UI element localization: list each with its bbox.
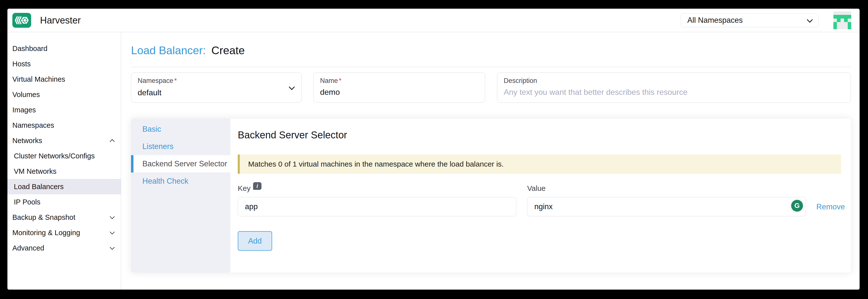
sidebar-item-networks[interactable]: Networks <box>7 133 121 148</box>
app-window: Harvester All Namespaces Dashboard Hosts… <box>7 9 860 290</box>
key-label: Key i <box>238 184 516 193</box>
page-title-action: Create <box>211 44 245 57</box>
sidebar-item-label: Networks <box>12 137 42 145</box>
namespace-value: default <box>138 88 295 97</box>
top-bar-right: All Namespaces <box>681 11 851 29</box>
chevron-down-icon <box>110 229 115 235</box>
metadata-form-row: Namespace* default Name* Description <box>131 73 851 103</box>
harvester-logo-glyph <box>15 15 29 26</box>
namespace-filter-select[interactable]: All Namespaces <box>681 13 818 27</box>
page-title: Load Balancer: Create <box>131 44 851 57</box>
top-bar: Harvester All Namespaces <box>7 9 860 32</box>
grammarly-icon[interactable]: G <box>791 200 803 212</box>
selector-key-field: Key i <box>238 184 516 216</box>
sidebar-item-label: Hosts <box>12 60 31 68</box>
sidebar-item-volumes[interactable]: Volumes <box>7 87 121 102</box>
tab-panel-backend-server-selector: Backend Server Selector Matches 0 of 1 v… <box>230 118 851 273</box>
sidebar-item-label: Cluster Networks/Configs <box>14 152 95 160</box>
description-label: Description <box>504 77 844 85</box>
sidebar-item-label: Images <box>12 106 36 114</box>
sidebar-item-ip-pools[interactable]: IP Pools <box>7 194 121 210</box>
sidebar-item-label: IP Pools <box>14 198 40 206</box>
selector-value-field: Value G <box>527 184 806 216</box>
harvester-logo-icon[interactable] <box>12 13 31 28</box>
name-input[interactable] <box>320 88 478 97</box>
sidebar-item-label: Monitoring & Logging <box>12 229 80 237</box>
sidebar-item-label: Advanced <box>12 244 44 252</box>
description-field[interactable]: Description <box>497 73 851 103</box>
sidebar-item-label: VM Networks <box>14 167 56 175</box>
name-label: Name* <box>320 77 478 85</box>
chevron-up-icon <box>110 139 115 144</box>
tab-backend-server-selector[interactable]: Backend Server Selector <box>131 155 230 172</box>
sidebar-item-monitoring-logging[interactable]: Monitoring & Logging <box>7 225 121 240</box>
sidebar-item-label: Virtual Machines <box>12 75 65 83</box>
namespace-select[interactable]: Namespace* default <box>131 73 302 103</box>
description-input[interactable] <box>504 88 844 97</box>
sidebar-item-namespaces[interactable]: Namespaces <box>7 117 121 133</box>
tab-list: Basic Listeners Backend Server Selector … <box>131 118 230 273</box>
remove-link[interactable]: Remove <box>816 202 845 211</box>
sidebar-item-label: Backup & Snapshot <box>12 213 75 221</box>
main-content: Load Balancer: Create Namespace* default… <box>121 32 860 290</box>
add-button[interactable]: Add <box>238 231 272 251</box>
chevron-down-icon <box>807 17 813 23</box>
key-input[interactable] <box>238 197 516 216</box>
sidebar-item-label: Volumes <box>12 90 40 99</box>
namespace-filter-value: All Namespaces <box>687 16 743 25</box>
tab-listeners[interactable]: Listeners <box>131 138 230 155</box>
match-warning-banner: Matches 0 of 1 virtual machines in the n… <box>238 155 841 174</box>
title-divider <box>131 67 851 67</box>
panel-heading: Backend Server Selector <box>238 130 841 141</box>
sidebar-item-advanced[interactable]: Advanced <box>7 240 121 256</box>
match-warning-text: Matches 0 of 1 virtual machines in the n… <box>248 160 504 168</box>
page-title-resource: Load Balancer: <box>131 44 206 57</box>
tab-label: Basic <box>142 125 161 134</box>
avatar[interactable] <box>833 11 851 29</box>
create-form-card: Basic Listeners Backend Server Selector … <box>131 118 851 273</box>
tab-label: Health Check <box>142 177 188 186</box>
tab-health-check[interactable]: Health Check <box>131 172 230 190</box>
sidebar-item-images[interactable]: Images <box>7 102 121 117</box>
tab-label: Backend Server Selector <box>142 159 227 168</box>
tab-basic[interactable]: Basic <box>131 120 230 138</box>
sidebar: Dashboard Hosts Virtual Machines Volumes… <box>7 32 121 290</box>
chevron-down-icon <box>110 245 115 250</box>
namespace-label: Namespace* <box>138 77 295 85</box>
tab-label: Listeners <box>142 142 174 151</box>
sidebar-item-backup-snapshot[interactable]: Backup & Snapshot <box>7 210 121 225</box>
sidebar-item-hosts[interactable]: Hosts <box>7 56 121 72</box>
value-input[interactable] <box>527 197 806 216</box>
info-icon[interactable]: i <box>253 182 261 190</box>
sidebar-item-dashboard[interactable]: Dashboard <box>7 41 121 56</box>
sidebar-item-label: Load Balancers <box>14 183 64 191</box>
sidebar-item-label: Dashboard <box>12 45 48 53</box>
sidebar-item-vm-networks[interactable]: VM Networks <box>7 164 121 179</box>
sidebar-item-load-balancers[interactable]: Load Balancers <box>7 179 121 194</box>
required-marker: * <box>174 77 177 84</box>
sidebar-item-cluster-networks-configs[interactable]: Cluster Networks/Configs <box>7 148 121 164</box>
app-title: Harvester <box>40 15 81 26</box>
name-field[interactable]: Name* <box>313 73 485 103</box>
required-marker: * <box>339 77 342 84</box>
sidebar-item-virtual-machines[interactable]: Virtual Machines <box>7 72 121 87</box>
value-label: Value <box>527 184 806 193</box>
sidebar-item-label: Namespaces <box>12 121 54 130</box>
selector-kv-row: Key i Value <box>238 184 841 216</box>
chevron-down-icon <box>110 214 115 219</box>
